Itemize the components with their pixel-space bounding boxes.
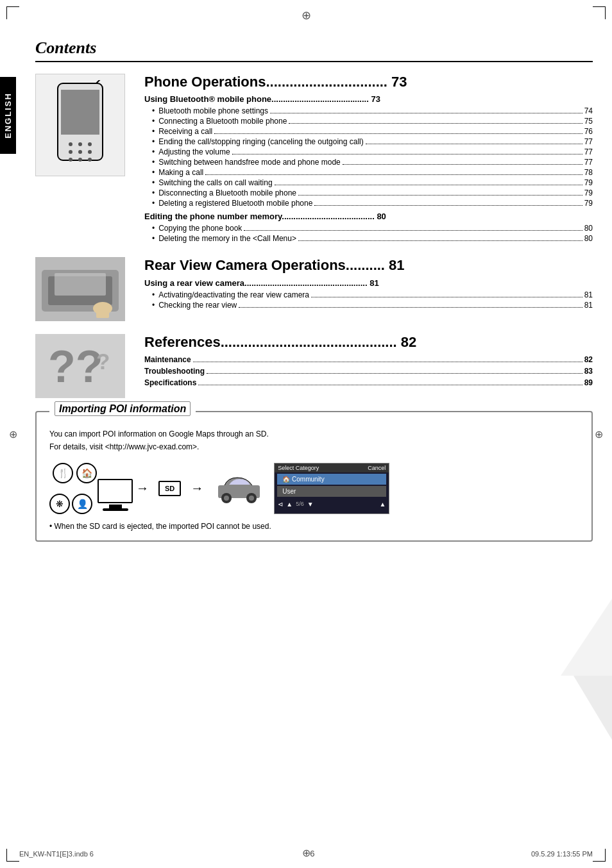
timestamp: 09.5.29 1:13:55 PM [531,850,593,858]
arrow-icon-2: → [191,481,203,496]
poi-screen-ui: Select Category Cancel 🏠 Community User … [274,463,389,514]
svg-point-3 [78,142,82,146]
rear-view-section-content: Rear View Camera Operations.......... 81… [144,257,593,321]
poi-header: Importing POI information [49,403,196,415]
page-number: 6 [94,849,531,858]
references-section-row: ?? ? References.........................… [35,334,593,398]
english-tab: ENGLISH [0,77,16,154]
poi-box: Importing POI information You can import… [35,411,593,541]
svg-rect-1 [61,90,99,135]
references-section-content: References..............................… [144,334,593,398]
home-icon: 🏠 [76,463,97,483]
page-container: ⊕ ⊕ ⊕ ENGLISH Contents [0,0,612,868]
poi-screen-footer: ⊲ ▲ 5/6 ▼ ▲ [275,498,389,510]
phone-image [35,74,125,176]
svg-line-11 [96,80,103,83]
svg-point-25 [249,496,254,501]
svg-point-9 [78,158,82,162]
camera-image [35,257,125,321]
questions-image: ?? ? [35,334,125,398]
poi-screen-header: Select Category Cancel [275,463,389,472]
references-troubleshooting-row: Troubleshooting 83 [144,367,593,376]
poi-header-text: Importing POI information [55,401,191,416]
poi-illustration: 🍴 🏠 ❋ 👤 [49,463,579,514]
phone-subsection-memory: Editing the phone number memory.........… [144,212,593,221]
person-icon: 👤 [72,494,92,514]
svg-text:??: ?? [48,342,103,392]
poi-screen-user: User [277,486,386,497]
phone-section-row: Phone Operations........................… [35,74,593,244]
toc-item: Copying the phone book 80 [144,224,593,233]
contents-title: Contents [35,38,593,62]
svg-point-7 [88,150,92,154]
phone-section-header: Phone Operations........................… [144,74,593,90]
svg-rect-15 [55,273,106,296]
rear-view-section-header: Rear View Camera Operations.......... 81 [144,257,593,274]
toc-item: Making a call 78 [144,168,593,177]
references-section-header: References..............................… [144,334,593,351]
references-maintenance-row: Maintenance 82 [144,355,593,364]
rear-view-section-row: Rear View Camera Operations.......... 81… [35,257,593,321]
phone-section-content: Phone Operations........................… [144,74,593,244]
svg-point-2 [69,142,72,146]
poi-description: You can import POI information on Google… [49,428,579,453]
camera-image-col [35,257,132,321]
rear-view-subsection: Using a rear view camera................… [144,278,593,288]
gear-icon: ❋ [49,494,70,514]
poi-content: You can import POI information on Google… [37,415,591,540]
toc-item: Activating/deactivating the rear view ca… [144,290,593,299]
poi-screen-community: 🏠 Community [277,474,386,485]
toc-item: Switching the calls on call waiting 79 [144,178,593,187]
svg-rect-17 [96,305,109,318]
toc-item: Switching between handsfree mode and pho… [144,158,593,167]
restaurant-icon: 🍴 [53,463,73,483]
phone-image-col [35,74,132,244]
references-specifications-row: Specifications 89 [144,378,593,387]
svg-point-6 [78,150,82,154]
main-content: Contents [35,38,593,836]
toc-item: Adjusting the volume 77 [144,147,593,156]
decorative-shape-1 [561,599,612,676]
crosshair-right: ⊕ [595,428,603,440]
toc-item: Disconnecting a Bluetooth mobile phone 7… [144,188,593,197]
file-info: EN_KW-NT1[E]3.indb 6 [19,850,94,858]
toc-item: Receiving a call 76 [144,127,593,136]
toc-item: Deleting the memory in the <Call Menu> 8… [144,234,593,243]
poi-icons-group: 🍴 🏠 ❋ 👤 [49,463,126,514]
svg-point-10 [88,158,92,162]
arrow-icon: → [136,481,149,496]
toc-item: Connecting a Bluetooth mobile phone 75 [144,117,593,126]
phone-subsection-bluetooth: Using Bluetooth® mobile phone...........… [144,94,593,104]
questions-image-col: ?? ? [35,334,132,398]
reg-mark-tl [6,6,19,19]
monitor-icon [98,479,133,511]
svg-point-8 [69,158,72,162]
page-footer: EN_KW-NT1[E]3.indb 6 6 09.5.29 1:13:55 P… [0,849,612,858]
svg-point-4 [88,142,92,146]
crosshair-left: ⊕ [9,428,17,440]
toc-item: Ending the call/stopping ringing (cancel… [144,137,593,146]
crosshair-top-center [300,9,312,22]
decorative-shape-2 [574,676,612,740]
car-icon [213,472,264,505]
toc-item: Checking the rear view 81 [144,301,593,310]
toc-item: Deleting a registered Bluetooth mobile p… [144,199,593,208]
svg-text:?: ? [96,349,110,374]
poi-note: When the SD card is ejected, the importe… [49,522,579,531]
toc-item: Bluetooth mobile phone settings 74 [144,106,593,115]
reg-mark-tr [593,6,606,19]
sd-card-label: SD [158,481,181,496]
svg-point-23 [224,496,229,501]
svg-point-5 [69,150,72,154]
